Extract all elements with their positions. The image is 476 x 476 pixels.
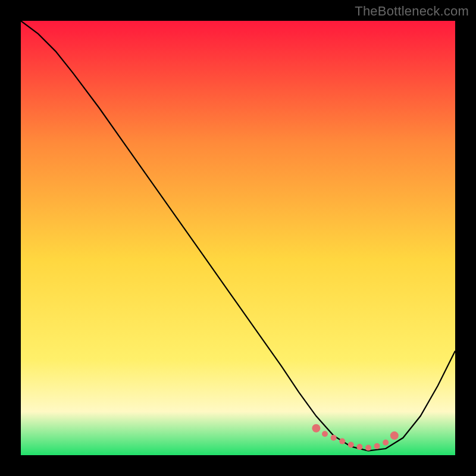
watermark-text: TheBottleneck.com xyxy=(355,4,469,19)
marker-dot xyxy=(356,444,362,450)
marker-dot xyxy=(390,431,399,440)
marker-dot xyxy=(374,443,380,449)
marker-dot xyxy=(365,445,371,451)
marker-dot xyxy=(339,439,345,444)
marker-dot xyxy=(331,435,337,441)
marker-dot xyxy=(312,424,320,433)
marker-dot xyxy=(383,440,389,446)
marker-dot xyxy=(322,431,328,437)
chart-svg xyxy=(21,21,455,455)
chart-frame: TheBottleneck.com xyxy=(0,0,476,476)
plot-area xyxy=(21,21,455,455)
gradient-bg xyxy=(21,21,455,455)
marker-dot xyxy=(348,442,354,448)
